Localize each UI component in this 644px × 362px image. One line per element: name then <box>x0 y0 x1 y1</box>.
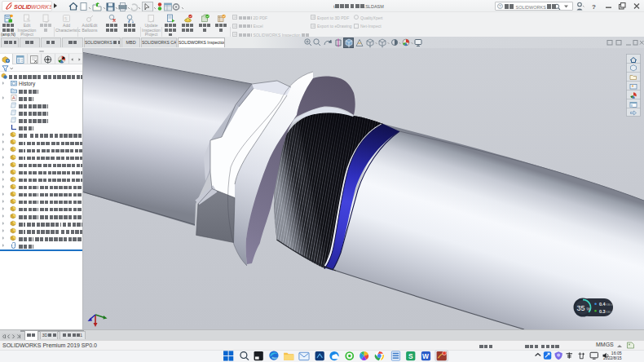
svg-text:A: A <box>12 95 15 100</box>
svg-text:2022/8/15: 2022/8/15 <box>603 355 622 360</box>
svg-text:KB/s: KB/s <box>607 303 613 307</box>
svg-text:?: ? <box>499 4 501 9</box>
svg-text:35: 35 <box>577 304 585 312</box>
svg-text:S: S <box>408 352 413 360</box>
svg-text:SOLID: SOLID <box>14 4 31 10</box>
svg-text:W: W <box>422 352 429 360</box>
svg-text:?: ? <box>592 3 596 11</box>
svg-text:0.4: 0.4 <box>599 302 607 307</box>
svg-text:%: % <box>587 307 591 311</box>
svg-text:0.3: 0.3 <box>599 309 606 314</box>
svg-text:KB/s: KB/s <box>607 311 613 314</box>
svg-text:WORKS: WORKS <box>31 4 51 10</box>
